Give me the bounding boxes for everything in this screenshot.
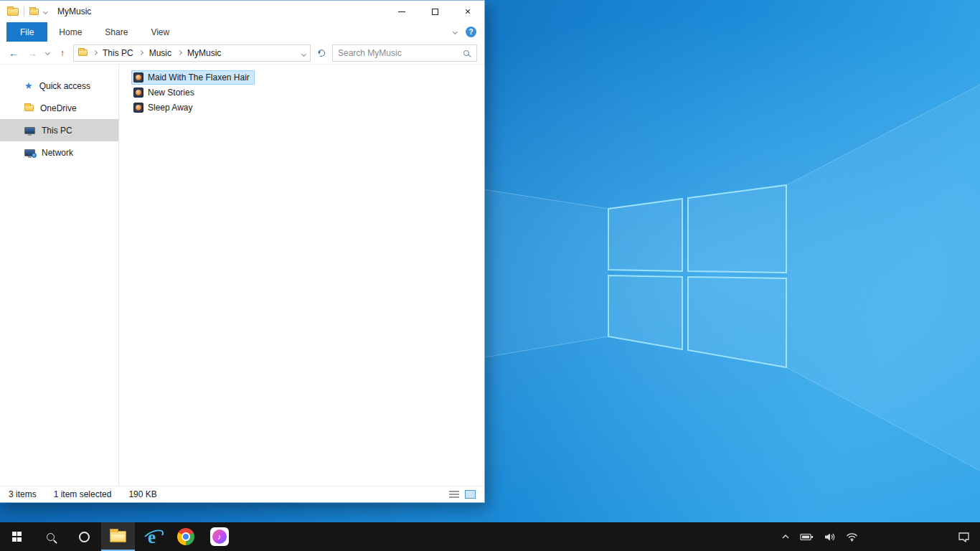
- quick-access-star-icon: ★: [24, 81, 33, 90]
- explorer-app-icon: [7, 8, 19, 16]
- file-name: Maid With The Flaxen Hair: [148, 72, 250, 83]
- music-file-icon: [133, 72, 143, 83]
- view-toggle-group: [449, 490, 476, 499]
- up-button[interactable]: ↑: [55, 44, 70, 62]
- sidebar-item-this-pc[interactable]: This PC: [0, 119, 118, 141]
- chevron-up-icon: [781, 534, 790, 540]
- window-body: ★ Quick access OneDrive This PC Network …: [0, 65, 484, 486]
- tab-home[interactable]: Home: [47, 22, 93, 42]
- search-input[interactable]: [338, 48, 463, 58]
- network-tray-button[interactable]: [841, 522, 863, 551]
- taskbar: e ♪: [0, 522, 980, 551]
- this-pc-monitor-icon: [24, 127, 35, 134]
- taskbar-file-explorer-button[interactable]: [101, 522, 135, 551]
- window-title: MyMusic: [57, 6, 91, 17]
- network-icon: [24, 149, 35, 156]
- tab-file[interactable]: File: [6, 22, 47, 42]
- sidebar-item-label: This PC: [42, 126, 72, 136]
- tab-share[interactable]: Share: [93, 22, 139, 42]
- back-button[interactable]: ←: [6, 44, 22, 62]
- chrome-icon: [177, 528, 194, 545]
- file-row-maid-with-the-flaxen-hair[interactable]: Maid With The Flaxen Hair: [131, 70, 255, 85]
- breadcrumb-separator-icon[interactable]: [138, 51, 144, 55]
- cortana-button[interactable]: [67, 522, 101, 551]
- status-bar: 3 items 1 item selected 190 KB: [0, 486, 484, 502]
- internet-explorer-icon: e: [143, 527, 161, 546]
- speaker-icon: [824, 532, 836, 542]
- file-explorer-window: MyMusic × File Home Share View ? ← → ↑ T…: [0, 0, 485, 503]
- music-file-icon: [133, 88, 143, 98]
- battery-icon: [800, 533, 814, 541]
- close-icon: ×: [465, 6, 471, 17]
- file-list[interactable]: Maid With The Flaxen Hair New Stories Sl…: [119, 65, 484, 486]
- file-row-new-stories[interactable]: New Stories: [131, 85, 199, 100]
- music-note-icon: ♪: [212, 529, 227, 544]
- window-controls: ×: [385, 1, 484, 22]
- sidebar-item-label: OneDrive: [40, 103, 77, 113]
- chevron-right-icon: [92, 50, 97, 55]
- sidebar-item-label: Network: [42, 148, 73, 158]
- sidebar-item-label: Quick access: [39, 81, 90, 91]
- address-folder-icon: [78, 50, 88, 56]
- sidebar-item-onedrive[interactable]: OneDrive: [0, 97, 118, 119]
- help-button[interactable]: ?: [466, 27, 476, 37]
- taskbar-chrome-button[interactable]: [169, 522, 202, 551]
- qat-separator: [24, 6, 24, 17]
- address-bar-row: ← → ↑ This PC Music MyMusic: [0, 42, 484, 65]
- quick-access-toolbar: [0, 6, 47, 17]
- expand-ribbon-chevron-icon[interactable]: [453, 29, 458, 34]
- details-view-button[interactable]: [449, 491, 459, 499]
- large-icons-view-button[interactable]: [465, 490, 476, 499]
- breadcrumb-mymusic[interactable]: MyMusic: [187, 48, 222, 58]
- chevron-right-icon: [138, 50, 143, 55]
- taskbar-itunes-button[interactable]: ♪: [202, 522, 236, 551]
- minimize-button[interactable]: [385, 1, 418, 22]
- onedrive-icon: [24, 105, 34, 111]
- tab-view[interactable]: View: [139, 22, 181, 42]
- battery-tray-button[interactable]: [795, 522, 819, 551]
- breadcrumb-separator-icon[interactable]: [176, 51, 182, 55]
- windows-logo-icon: [12, 532, 22, 542]
- recent-locations-chevron-icon[interactable]: [43, 51, 52, 55]
- maximize-icon: [432, 9, 438, 15]
- sidebar-item-network[interactable]: Network: [0, 141, 118, 164]
- show-hidden-icons-button[interactable]: [776, 522, 795, 551]
- forward-button[interactable]: →: [24, 44, 40, 62]
- ribbon-tab-row: File Home Share View ?: [0, 22, 484, 42]
- address-dropdown-chevron-icon[interactable]: [302, 48, 306, 58]
- taskbar-search-button[interactable]: [34, 522, 67, 551]
- cortana-circle-icon: [79, 532, 90, 542]
- qat-customize-chevron-icon[interactable]: [43, 9, 48, 14]
- chevron-down-icon: [301, 51, 306, 56]
- status-item-count: 3 items: [9, 489, 37, 499]
- refresh-button[interactable]: [314, 44, 329, 62]
- refresh-icon: [317, 48, 326, 57]
- sidebar-item-quick-access[interactable]: ★ Quick access: [0, 75, 118, 97]
- taskbar-internet-explorer-button[interactable]: e: [135, 522, 169, 551]
- address-breadcrumb-bar[interactable]: This PC Music MyMusic: [73, 44, 311, 62]
- navigation-pane: ★ Quick access OneDrive This PC Network: [0, 65, 119, 486]
- wifi-icon: [846, 532, 858, 542]
- close-button[interactable]: ×: [451, 1, 484, 22]
- breadcrumb-this-pc[interactable]: This PC: [102, 48, 134, 58]
- file-explorer-icon: [110, 531, 126, 542]
- title-bar[interactable]: MyMusic ×: [0, 1, 484, 22]
- volume-tray-button[interactable]: [819, 522, 841, 551]
- search-box[interactable]: [332, 44, 477, 62]
- system-tray: [776, 522, 980, 551]
- status-selection-size: 190 KB: [128, 489, 156, 499]
- search-icon: [47, 533, 55, 541]
- qat-folder-icon[interactable]: [29, 9, 39, 15]
- maximize-button[interactable]: [418, 1, 451, 22]
- breadcrumb-music[interactable]: Music: [149, 48, 172, 58]
- start-button[interactable]: [0, 522, 34, 551]
- action-center-button[interactable]: [948, 522, 980, 551]
- itunes-icon: ♪: [210, 527, 229, 546]
- file-name: New Stories: [148, 88, 194, 98]
- file-row-sleep-away[interactable]: Sleep Away: [131, 100, 198, 115]
- music-file-icon: [133, 103, 143, 113]
- chevron-down-icon: [44, 50, 50, 55]
- breadcrumb-separator-icon: [92, 51, 98, 55]
- status-selection: 1 item selected: [54, 489, 112, 499]
- file-name: Sleep Away: [148, 103, 193, 113]
